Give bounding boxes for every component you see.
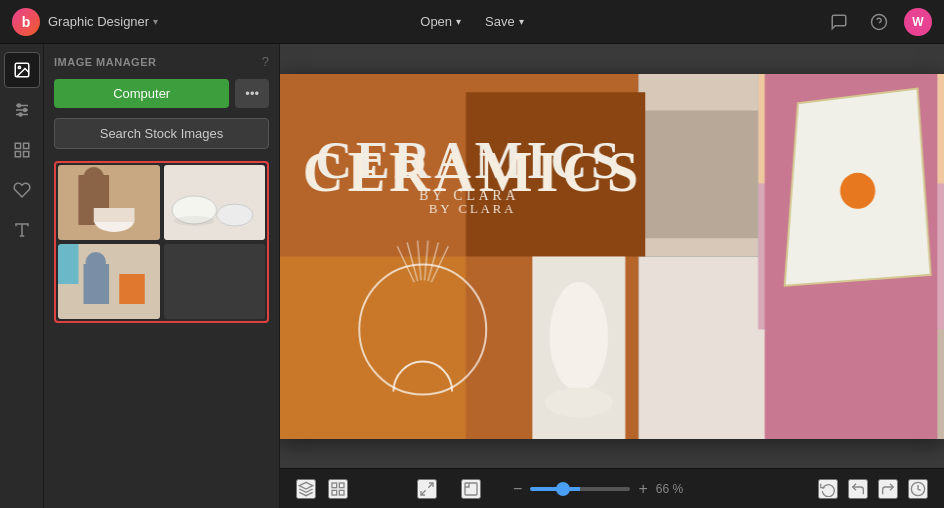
fullscreen-button[interactable] bbox=[461, 479, 481, 499]
canvas-workspace bbox=[280, 44, 944, 468]
panel-header: IMAGE MANAGER ? bbox=[54, 54, 269, 69]
svg-line-21 bbox=[428, 483, 433, 488]
app-name-chevron: ▾ bbox=[153, 16, 158, 27]
svg-marker-16 bbox=[299, 482, 312, 489]
image-thumb-1[interactable] bbox=[58, 165, 160, 240]
svg-point-3 bbox=[18, 66, 20, 68]
open-label: Open bbox=[420, 14, 452, 29]
svg-rect-11 bbox=[23, 143, 28, 148]
image-thumb-3[interactable] bbox=[58, 244, 160, 319]
logo-letter: b bbox=[22, 14, 31, 30]
svg-point-7 bbox=[17, 104, 20, 107]
app-name-button[interactable]: Graphic Designer ▾ bbox=[48, 14, 158, 29]
panel-title: IMAGE MANAGER bbox=[54, 56, 156, 68]
svg-point-8 bbox=[23, 109, 26, 112]
image-thumb-2[interactable] bbox=[164, 165, 266, 240]
user-initial: W bbox=[912, 15, 923, 29]
zoom-minus-button[interactable]: − bbox=[513, 481, 522, 497]
icon-rail bbox=[0, 44, 44, 508]
zoom-plus-button[interactable]: + bbox=[638, 481, 647, 497]
history-button[interactable] bbox=[908, 479, 928, 499]
svg-rect-12 bbox=[15, 152, 20, 157]
svg-rect-20 bbox=[339, 490, 344, 495]
grid-rail-icon[interactable] bbox=[4, 132, 40, 168]
computer-button[interactable]: Computer bbox=[54, 79, 229, 108]
panel-help-icon[interactable]: ? bbox=[262, 54, 269, 69]
fit-button[interactable] bbox=[417, 479, 437, 499]
layers-button[interactable] bbox=[296, 479, 316, 499]
adjust-rail-icon[interactable] bbox=[4, 92, 40, 128]
undo-button[interactable] bbox=[848, 479, 868, 499]
redo-button[interactable] bbox=[878, 479, 898, 499]
app-logo[interactable]: b bbox=[12, 8, 40, 36]
app-name-label: Graphic Designer bbox=[48, 14, 149, 29]
svg-rect-18 bbox=[339, 483, 344, 488]
open-button[interactable]: Open ▾ bbox=[410, 8, 471, 35]
svg-rect-19 bbox=[332, 490, 337, 495]
more-button[interactable]: ••• bbox=[235, 79, 269, 108]
sync-button[interactable] bbox=[818, 479, 838, 499]
save-button[interactable]: Save ▾ bbox=[475, 8, 534, 35]
main-area: IMAGE MANAGER ? Computer ••• Search Stoc… bbox=[0, 44, 944, 508]
grid-button[interactable] bbox=[328, 479, 348, 499]
images-rail-icon[interactable] bbox=[4, 52, 40, 88]
canvas-area: − + 66 % bbox=[280, 44, 944, 508]
svg-rect-13 bbox=[23, 152, 28, 157]
design-canvas[interactable] bbox=[280, 74, 944, 439]
zoom-level: 66 % bbox=[656, 482, 692, 496]
topbar: b Graphic Designer ▾ Open ▾ Save ▾ bbox=[0, 0, 944, 44]
panel-buttons: Computer ••• bbox=[54, 79, 269, 108]
topbar-center-controls: Open ▾ Save ▾ bbox=[410, 8, 533, 35]
heart-rail-icon[interactable] bbox=[4, 172, 40, 208]
svg-rect-23 bbox=[465, 483, 477, 495]
image-grid bbox=[54, 161, 269, 323]
help-button[interactable] bbox=[864, 7, 894, 37]
user-avatar[interactable]: W bbox=[904, 8, 932, 36]
svg-rect-17 bbox=[332, 483, 337, 488]
save-label: Save bbox=[485, 14, 515, 29]
comments-button[interactable] bbox=[824, 7, 854, 37]
svg-line-22 bbox=[421, 490, 426, 495]
svg-rect-10 bbox=[15, 143, 20, 148]
image-thumb-4[interactable] bbox=[164, 244, 266, 319]
svg-point-9 bbox=[19, 113, 22, 116]
bottom-bar: − + 66 % bbox=[280, 468, 944, 508]
save-chevron: ▾ bbox=[519, 16, 524, 27]
zoom-slider[interactable] bbox=[530, 487, 630, 491]
bottom-right-controls bbox=[818, 479, 928, 499]
side-panel: IMAGE MANAGER ? Computer ••• Search Stoc… bbox=[44, 44, 280, 508]
open-chevron: ▾ bbox=[456, 16, 461, 27]
zoom-controls: − + 66 % bbox=[417, 479, 692, 499]
search-stock-button[interactable]: Search Stock Images bbox=[54, 118, 269, 149]
text-rail-icon[interactable] bbox=[4, 212, 40, 248]
